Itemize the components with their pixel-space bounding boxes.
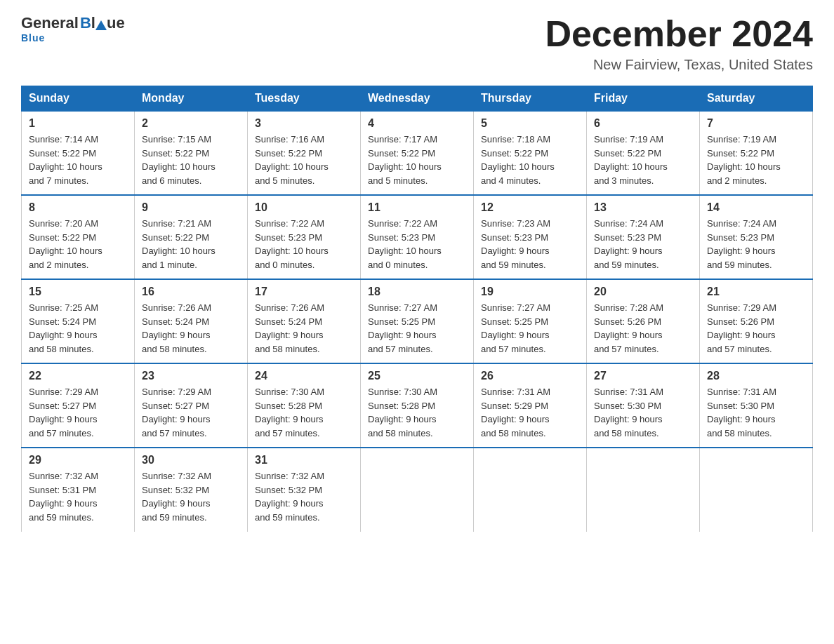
calendar-cell: 25Sunrise: 7:30 AM Sunset: 5:28 PM Dayli… (361, 363, 474, 448)
calendar-cell: 30Sunrise: 7:32 AM Sunset: 5:32 PM Dayli… (135, 448, 248, 532)
logo-blue-text: B (80, 14, 91, 32)
calendar-cell: 13Sunrise: 7:24 AM Sunset: 5:23 PM Dayli… (587, 195, 700, 279)
day-header-saturday: Saturday (700, 86, 813, 112)
day-number: 25 (368, 370, 466, 382)
day-number: 14 (707, 201, 805, 214)
day-number: 28 (707, 370, 805, 382)
day-number: 1 (29, 117, 127, 130)
day-number: 8 (29, 201, 127, 214)
day-number: 4 (368, 117, 466, 130)
calendar-cell: 1Sunrise: 7:14 AM Sunset: 5:22 PM Daylig… (22, 111, 135, 195)
calendar-cell: 10Sunrise: 7:22 AM Sunset: 5:23 PM Dayli… (248, 195, 361, 279)
day-header-monday: Monday (135, 86, 248, 112)
page-header: General B l ue Blue December 2024 New Fa… (21, 14, 813, 73)
calendar-cell: 5Sunrise: 7:18 AM Sunset: 5:22 PM Daylig… (474, 111, 587, 195)
cell-info: Sunrise: 7:26 AM Sunset: 5:24 PM Dayligh… (255, 301, 353, 356)
cell-info: Sunrise: 7:31 AM Sunset: 5:30 PM Dayligh… (707, 385, 805, 440)
cell-info: Sunrise: 7:31 AM Sunset: 5:30 PM Dayligh… (594, 385, 692, 440)
calendar-cell: 16Sunrise: 7:26 AM Sunset: 5:24 PM Dayli… (135, 279, 248, 363)
cell-info: Sunrise: 7:22 AM Sunset: 5:23 PM Dayligh… (255, 217, 353, 271)
day-number: 24 (255, 370, 353, 382)
calendar-cell: 14Sunrise: 7:24 AM Sunset: 5:23 PM Dayli… (700, 195, 813, 279)
day-number: 18 (368, 286, 466, 298)
day-number: 11 (368, 201, 466, 214)
svg-marker-0 (95, 20, 107, 30)
day-number: 26 (481, 370, 579, 382)
cell-info: Sunrise: 7:27 AM Sunset: 5:25 PM Dayligh… (368, 301, 466, 356)
cell-info: Sunrise: 7:27 AM Sunset: 5:25 PM Dayligh… (481, 301, 579, 356)
day-number: 19 (481, 286, 579, 298)
calendar-cell: 21Sunrise: 7:29 AM Sunset: 5:26 PM Dayli… (700, 279, 813, 363)
cell-info: Sunrise: 7:14 AM Sunset: 5:22 PM Dayligh… (29, 133, 127, 187)
title-block: December 2024 New Fairview, Texas, Unite… (545, 14, 813, 73)
logo-general-text: General (21, 14, 79, 32)
week-row-2: 8Sunrise: 7:20 AM Sunset: 5:22 PM Daylig… (22, 195, 813, 279)
cell-info: Sunrise: 7:30 AM Sunset: 5:28 PM Dayligh… (255, 385, 353, 440)
day-number: 5 (481, 117, 579, 130)
calendar-cell: 19Sunrise: 7:27 AM Sunset: 5:25 PM Dayli… (474, 279, 587, 363)
cell-info: Sunrise: 7:24 AM Sunset: 5:23 PM Dayligh… (594, 217, 692, 271)
calendar-cell: 31Sunrise: 7:32 AM Sunset: 5:32 PM Dayli… (248, 448, 361, 532)
day-number: 21 (707, 286, 805, 298)
day-number: 12 (481, 201, 579, 214)
cell-info: Sunrise: 7:16 AM Sunset: 5:22 PM Dayligh… (255, 133, 353, 187)
calendar-cell: 7Sunrise: 7:19 AM Sunset: 5:22 PM Daylig… (700, 111, 813, 195)
day-header-wednesday: Wednesday (361, 86, 474, 112)
calendar-cell: 3Sunrise: 7:16 AM Sunset: 5:22 PM Daylig… (248, 111, 361, 195)
day-number: 27 (594, 370, 692, 382)
day-number: 29 (29, 454, 127, 467)
cell-info: Sunrise: 7:29 AM Sunset: 5:27 PM Dayligh… (29, 385, 127, 440)
cell-info: Sunrise: 7:19 AM Sunset: 5:22 PM Dayligh… (707, 133, 805, 187)
calendar-cell: 27Sunrise: 7:31 AM Sunset: 5:30 PM Dayli… (587, 363, 700, 448)
cell-info: Sunrise: 7:22 AM Sunset: 5:23 PM Dayligh… (368, 217, 466, 271)
cell-info: Sunrise: 7:28 AM Sunset: 5:26 PM Dayligh… (594, 301, 692, 356)
calendar-cell (361, 448, 474, 532)
calendar-cell (700, 448, 813, 532)
cell-info: Sunrise: 7:32 AM Sunset: 5:32 PM Dayligh… (142, 469, 240, 524)
week-row-4: 22Sunrise: 7:29 AM Sunset: 5:27 PM Dayli… (22, 363, 813, 448)
day-number: 22 (29, 370, 127, 382)
calendar-cell: 23Sunrise: 7:29 AM Sunset: 5:27 PM Dayli… (135, 363, 248, 448)
week-row-5: 29Sunrise: 7:32 AM Sunset: 5:31 PM Dayli… (22, 448, 813, 532)
day-number: 13 (594, 201, 692, 214)
day-number: 2 (142, 117, 240, 130)
day-number: 31 (255, 454, 353, 467)
calendar-cell: 4Sunrise: 7:17 AM Sunset: 5:22 PM Daylig… (361, 111, 474, 195)
month-title: December 2024 (545, 14, 813, 54)
day-number: 30 (142, 454, 240, 467)
day-number: 16 (142, 286, 240, 298)
calendar-cell: 28Sunrise: 7:31 AM Sunset: 5:30 PM Dayli… (700, 363, 813, 448)
cell-info: Sunrise: 7:19 AM Sunset: 5:22 PM Dayligh… (594, 133, 692, 187)
cell-info: Sunrise: 7:29 AM Sunset: 5:27 PM Dayligh… (142, 385, 240, 440)
calendar-cell: 12Sunrise: 7:23 AM Sunset: 5:23 PM Dayli… (474, 195, 587, 279)
location: New Fairview, Texas, United States (545, 57, 813, 73)
week-row-1: 1Sunrise: 7:14 AM Sunset: 5:22 PM Daylig… (22, 111, 813, 195)
calendar-cell: 6Sunrise: 7:19 AM Sunset: 5:22 PM Daylig… (587, 111, 700, 195)
week-row-3: 15Sunrise: 7:25 AM Sunset: 5:24 PM Dayli… (22, 279, 813, 363)
day-header-friday: Friday (587, 86, 700, 112)
cell-info: Sunrise: 7:23 AM Sunset: 5:23 PM Dayligh… (481, 217, 579, 271)
calendar-cell: 9Sunrise: 7:21 AM Sunset: 5:22 PM Daylig… (135, 195, 248, 279)
cell-info: Sunrise: 7:17 AM Sunset: 5:22 PM Dayligh… (368, 133, 466, 187)
cell-info: Sunrise: 7:29 AM Sunset: 5:26 PM Dayligh… (707, 301, 805, 356)
day-number: 17 (255, 286, 353, 298)
calendar-cell: 22Sunrise: 7:29 AM Sunset: 5:27 PM Dayli… (22, 363, 135, 448)
logo: General B l ue Blue (21, 14, 125, 43)
calendar-cell: 11Sunrise: 7:22 AM Sunset: 5:23 PM Dayli… (361, 195, 474, 279)
cell-info: Sunrise: 7:25 AM Sunset: 5:24 PM Dayligh… (29, 301, 127, 356)
cell-info: Sunrise: 7:32 AM Sunset: 5:32 PM Dayligh… (255, 469, 353, 524)
cell-info: Sunrise: 7:26 AM Sunset: 5:24 PM Dayligh… (142, 301, 240, 356)
cell-info: Sunrise: 7:20 AM Sunset: 5:22 PM Dayligh… (29, 217, 127, 271)
day-number: 9 (142, 201, 240, 214)
cell-info: Sunrise: 7:24 AM Sunset: 5:23 PM Dayligh… (707, 217, 805, 271)
day-number: 3 (255, 117, 353, 130)
cell-info: Sunrise: 7:30 AM Sunset: 5:28 PM Dayligh… (368, 385, 466, 440)
day-number: 7 (707, 117, 805, 130)
day-number: 23 (142, 370, 240, 382)
calendar-cell: 18Sunrise: 7:27 AM Sunset: 5:25 PM Dayli… (361, 279, 474, 363)
day-header-tuesday: Tuesday (248, 86, 361, 112)
calendar-cell: 20Sunrise: 7:28 AM Sunset: 5:26 PM Dayli… (587, 279, 700, 363)
calendar-table: SundayMondayTuesdayWednesdayThursdayFrid… (21, 86, 813, 532)
calendar-cell: 15Sunrise: 7:25 AM Sunset: 5:24 PM Dayli… (22, 279, 135, 363)
calendar-cell (587, 448, 700, 532)
